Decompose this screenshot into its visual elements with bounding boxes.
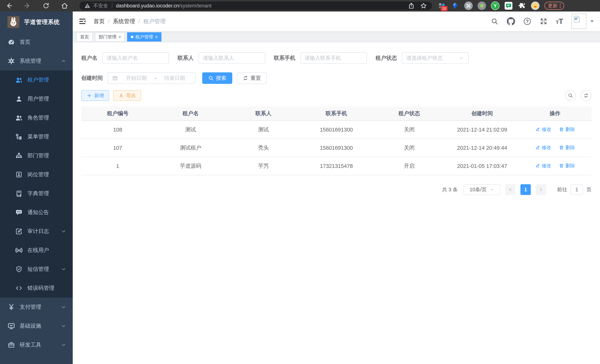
hide-search-button[interactable] xyxy=(565,90,576,101)
page-size-select[interactable]: 10条/页 xyxy=(464,184,500,195)
font-size-icon[interactable]: TT xyxy=(556,18,563,25)
kite-extension-icon[interactable] xyxy=(451,1,459,10)
address-bar[interactable]: 不安全 dashboard.yudao.iocoder.cn/system/te… xyxy=(79,1,432,10)
delete-link[interactable]: 删除 xyxy=(559,162,575,169)
sidebar-item-post[interactable]: 岗位管理 xyxy=(0,165,73,184)
export-button[interactable]: 导出 xyxy=(113,90,141,101)
command-extension-icon[interactable] xyxy=(464,1,473,10)
search-icon[interactable] xyxy=(490,17,499,25)
sidebar-item-pay[interactable]: 支付管理 xyxy=(0,298,73,317)
contact-input[interactable] xyxy=(198,52,265,64)
cell-status: 关闭 xyxy=(373,121,446,139)
edit-link[interactable]: 修改 xyxy=(535,144,551,151)
page-number-1[interactable]: 1 xyxy=(520,184,531,195)
delete-link[interactable]: 删除 xyxy=(559,144,575,151)
table-toolbar: 新增 导出 xyxy=(81,90,591,101)
back-icon[interactable] xyxy=(5,2,13,10)
cell-status: 开启 xyxy=(373,157,446,175)
mobile-input[interactable] xyxy=(300,52,367,64)
col-mobile: 联系手机 xyxy=(300,106,373,121)
chat-extension-icon[interactable] xyxy=(504,1,513,10)
cell-created: 2021-12-14 20:49:44 xyxy=(446,139,519,157)
edit-link[interactable]: 修改 xyxy=(535,162,551,169)
sidebar-item-label: 字典管理 xyxy=(28,190,49,197)
user-icon xyxy=(15,95,23,103)
bookmark-star-icon[interactable] xyxy=(420,2,427,9)
share-icon[interactable] xyxy=(408,2,415,9)
sidebar-item-tenant[interactable]: 租户管理 xyxy=(0,71,73,89)
tab-home[interactable]: 首页 xyxy=(76,32,93,42)
sidebar-item-role[interactable]: 角色管理 xyxy=(0,108,73,127)
sidebar-item-menu[interactable]: 菜单管理 xyxy=(0,127,73,146)
status-select[interactable]: 请选择租户状态 xyxy=(402,52,469,64)
sidebar-item-audit-log[interactable]: 审计日志 xyxy=(0,222,73,241)
close-icon[interactable]: × xyxy=(118,35,121,39)
avatar-caret-icon[interactable] xyxy=(590,19,594,24)
recorder-extension-icon[interactable] xyxy=(478,1,486,10)
avatar[interactable] xyxy=(572,14,586,29)
contact-label: 联系人 xyxy=(178,54,194,62)
tab-label: 租户管理 xyxy=(135,34,153,40)
fullscreen-icon[interactable] xyxy=(540,17,548,25)
forward-icon[interactable] xyxy=(23,2,32,10)
col-status: 租户状态 xyxy=(373,106,446,121)
cell-mobile: 15601691300 xyxy=(300,139,373,157)
sidebar-collapse-icon[interactable] xyxy=(78,17,86,25)
add-button[interactable]: 新增 xyxy=(81,90,109,101)
edit-link[interactable]: 修改 xyxy=(535,126,551,133)
extensions-puzzle-icon[interactable] xyxy=(518,1,526,10)
pagination-total: 共 3 条 xyxy=(442,186,458,193)
github-icon[interactable] xyxy=(507,17,515,25)
chrome-menu-icon[interactable] xyxy=(560,3,561,8)
start-date-placeholder[interactable]: 开始日期 xyxy=(120,75,153,82)
tab-tenant[interactable]: 租户管理 × xyxy=(127,32,161,42)
reload-icon[interactable] xyxy=(42,2,50,10)
app-logo-row[interactable]: 芋道管理系统 xyxy=(0,11,73,33)
table-header-row: 租户编号 租户名 联系人 联系手机 租户状态 创建时间 操作 xyxy=(81,106,591,121)
sidebar-item-online-user[interactable]: 在线用户 xyxy=(0,241,73,260)
roles-icon xyxy=(15,114,23,122)
home-icon[interactable] xyxy=(60,2,69,10)
next-page-button[interactable] xyxy=(536,184,546,195)
filter-contact: 联系人 xyxy=(178,52,265,64)
sidebar-item-dict[interactable]: 字典管理 xyxy=(0,184,73,203)
search-button[interactable]: 搜索 xyxy=(202,72,232,84)
sidebar-item-sms[interactable]: 短信管理 xyxy=(0,260,73,279)
id-badge-icon xyxy=(15,170,23,179)
y-extension-icon[interactable]: Y xyxy=(491,1,499,10)
tab-dept[interactable]: 部门管理 × xyxy=(95,32,125,42)
breadcrumb-system[interactable]: 系统管理 xyxy=(113,18,135,25)
tenant-name-input[interactable] xyxy=(102,52,169,64)
sidebar-item-user[interactable]: 用户管理 xyxy=(0,89,73,108)
sidebar-item-home[interactable]: 首页 xyxy=(0,33,73,52)
date-range-input[interactable]: 开始日期 - 结束日期 xyxy=(108,72,196,84)
sidebar-item-infra[interactable]: 基础设施 xyxy=(0,317,73,336)
sidebar-item-label: 系统管理 xyxy=(20,57,41,65)
tab-manager-extension-icon[interactable]: 10 xyxy=(438,1,446,10)
shield-check-icon xyxy=(15,265,23,273)
close-icon[interactable]: × xyxy=(155,35,158,39)
goto-page-input[interactable] xyxy=(571,184,583,195)
security-label[interactable]: 不安全 xyxy=(93,2,108,9)
table-row: 107 测试租户 秃头 15601691300 关闭 2021-12-14 20… xyxy=(81,139,591,157)
sidebar-item-system[interactable]: 系统管理 xyxy=(0,52,73,71)
tenant-users-icon xyxy=(15,76,23,84)
chrome-update-button[interactable]: 更新 xyxy=(544,2,564,10)
sidebar-item-label: 基础设施 xyxy=(20,322,41,330)
prev-page-button[interactable] xyxy=(505,184,516,195)
cell-status: 关闭 xyxy=(373,139,446,157)
emoji-extension-icon[interactable] xyxy=(531,1,540,10)
help-icon[interactable]: ? xyxy=(523,17,531,25)
sidebar-item-dept[interactable]: 部门管理 xyxy=(0,146,73,165)
url-host[interactable]: dashboard.yudao.iocoder.cn xyxy=(116,3,179,9)
sidebar-item-error-code[interactable]: 错误码管理 xyxy=(0,279,73,298)
delete-link[interactable]: 删除 xyxy=(559,126,575,133)
breadcrumb-home[interactable]: 首页 xyxy=(94,18,105,25)
sidebar-item-dev-tools[interactable]: 研发工具 xyxy=(0,336,73,354)
reset-button[interactable]: 重置 xyxy=(237,72,267,84)
url-path[interactable]: /system/tenant xyxy=(179,3,212,9)
sidebar-item-notice[interactable]: 通知公告 xyxy=(0,203,73,222)
end-date-placeholder[interactable]: 结束日期 xyxy=(158,75,191,82)
status-label: 租户状态 xyxy=(375,54,397,62)
refresh-button[interactable] xyxy=(581,90,591,101)
